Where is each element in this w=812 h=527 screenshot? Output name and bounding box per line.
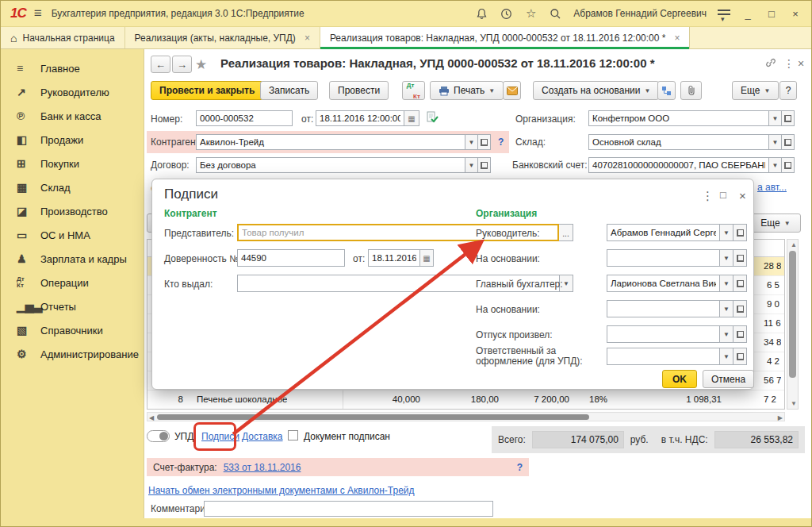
sidebar-item-warehouse[interactable]: ▦Склад (1, 175, 144, 199)
calendar-icon[interactable]: ▦ (404, 110, 419, 126)
poa-date-field[interactable] (368, 249, 420, 267)
delivery-link[interactable]: Доставка (242, 431, 283, 442)
close-document-icon[interactable]: × (798, 57, 804, 70)
cancel-button[interactable]: Отмена (703, 370, 754, 388)
comment-field[interactable] (204, 501, 493, 517)
chevron-down-icon[interactable]: ▼ (720, 348, 733, 365)
scroll-up-icon[interactable]: ▲ (791, 241, 797, 248)
email-button[interactable] (503, 81, 521, 100)
open-icon[interactable] (782, 110, 795, 126)
accountant-basis-field[interactable] (607, 300, 720, 317)
chevron-down-icon[interactable]: ▼ (720, 249, 733, 267)
invoice-help-icon[interactable]: ? (517, 462, 523, 473)
open-icon[interactable] (733, 275, 747, 292)
contract-field[interactable] (196, 157, 465, 173)
sidebar-item-reports[interactable]: ▁▅▃Отчеты (1, 294, 144, 318)
save-button[interactable]: Записать (260, 81, 318, 100)
favorite-star-icon[interactable]: ★ (195, 56, 207, 73)
history-icon[interactable] (500, 7, 513, 21)
sidebar-item-manager[interactable]: ↗Руководителю (1, 80, 144, 104)
favorites-star-icon[interactable]: ☆ (524, 7, 538, 21)
bank-account-field[interactable] (588, 157, 769, 173)
chevron-down-icon[interactable]: ▼ (769, 134, 782, 150)
sidebar-item-purchases[interactable]: ⊞Покупки (1, 152, 144, 175)
more-button[interactable]: Еще ▼ (732, 81, 779, 100)
open-icon[interactable] (782, 134, 795, 150)
calendar-icon[interactable]: ▦ (420, 249, 434, 267)
responsible-field[interactable] (607, 348, 720, 365)
open-icon[interactable] (478, 134, 491, 150)
sidebar-item-salary-hr[interactable]: ♟Зарплата и кадры (1, 247, 144, 271)
sidebar-item-sales[interactable]: ◧Продажи (1, 128, 144, 152)
scroll-down-icon[interactable]: ▼ (791, 400, 797, 407)
link-icon[interactable] (765, 57, 776, 68)
representative-more-button[interactable]: ... (559, 224, 573, 241)
scroll-left-icon[interactable]: ◀ (149, 414, 154, 421)
dialog-more-icon[interactable]: ⋮ (702, 189, 714, 203)
edi-exchange-link[interactable]: Начать обмен электронными документами с … (148, 485, 415, 496)
sidebar-item-production[interactable]: ◪Производство (1, 199, 144, 223)
dialog-maximize-icon[interactable]: □ (720, 189, 726, 201)
vertical-scrollbar-thumb[interactable] (789, 251, 796, 378)
close-tab-icon[interactable]: × (304, 33, 310, 44)
tab-realization-list[interactable]: Реализация (акты, накладные, УПД) × (125, 27, 320, 48)
open-icon[interactable] (782, 157, 795, 173)
open-icon[interactable] (733, 249, 747, 267)
warehouse-field[interactable] (588, 134, 769, 150)
tab-realization-doc[interactable]: Реализация товаров: Накладная, УПД 0000-… (320, 27, 691, 48)
chevron-down-icon[interactable]: ▼ (720, 224, 733, 241)
open-icon[interactable] (733, 300, 747, 317)
minimize-button[interactable]: _ (741, 8, 754, 20)
sidebar-item-bank-cash[interactable]: ℗Банк и касса (1, 104, 144, 128)
open-icon[interactable] (733, 224, 747, 241)
ok-button[interactable]: OK (662, 370, 697, 388)
dialog-close-icon[interactable]: × (739, 189, 746, 202)
dtkt-button[interactable]: Дт Кт (402, 81, 425, 100)
head-basis-field[interactable] (607, 249, 720, 267)
vertical-scrollbar[interactable]: ▲ ▼ (787, 239, 799, 410)
post-button[interactable]: Провести (329, 81, 389, 100)
invoice-link[interactable]: 533 от 18.11.2016 (224, 462, 301, 473)
organization-field[interactable] (588, 110, 769, 126)
current-user[interactable]: Абрамов Геннадий Сергеевич (573, 8, 707, 19)
horizontal-scrollbar[interactable]: ◀ ▶ (147, 412, 785, 421)
table-more-button[interactable]: Еще ▼ (750, 213, 801, 233)
maximize-button[interactable]: □ (765, 8, 778, 20)
close-tab-icon[interactable]: × (674, 33, 680, 44)
sidebar-item-directories[interactable]: ▧Справочники (1, 318, 144, 342)
sidebar-item-administration[interactable]: ⚙Администрирование (1, 342, 144, 366)
counterparty-field[interactable] (196, 134, 465, 150)
table-row-8[interactable]: 8 Печенье шоколадное 40,000 180,00 7 200… (147, 390, 785, 410)
sidebar-item-operations[interactable]: ДтКтОперации (1, 271, 144, 294)
head-field[interactable] (607, 224, 720, 241)
more-menu-icon[interactable]: ⋮ (783, 57, 795, 70)
notifications-icon[interactable] (475, 7, 488, 21)
open-icon[interactable] (478, 157, 491, 173)
chevron-down-icon[interactable]: ▼ (769, 110, 782, 126)
chief-accountant-field[interactable] (607, 275, 720, 292)
back-button[interactable]: ← (151, 56, 170, 73)
horizontal-scrollbar-thumb[interactable] (157, 414, 589, 420)
chevron-down-icon[interactable]: ▼ (720, 325, 733, 343)
open-icon[interactable] (733, 348, 747, 365)
date-field[interactable] (316, 110, 404, 126)
attachments-button[interactable] (680, 81, 702, 100)
sidebar-item-fixed-assets[interactable]: ▭ОС и НМА (1, 223, 144, 247)
chevron-down-icon[interactable]: ▼ (720, 300, 733, 317)
main-menu-icon[interactable]: ≡ (34, 6, 42, 21)
hidden-row-link-fragment[interactable]: а авт... (757, 182, 787, 193)
search-icon[interactable] (549, 7, 562, 21)
number-field[interactable] (196, 110, 293, 126)
upd-toggle[interactable] (147, 430, 170, 442)
service-menu-icon[interactable]: ▾ (718, 9, 730, 18)
scroll-right-icon[interactable]: ▶ (778, 414, 783, 421)
create-based-on-button[interactable]: Создать на основании ▼ (533, 81, 659, 100)
tab-home[interactable]: ⌂ Начальная страница (1, 27, 125, 48)
chevron-down-icon[interactable]: ▼ (465, 157, 478, 173)
chevron-down-icon[interactable]: ▼ (720, 275, 733, 292)
sidebar-item-main[interactable]: ≡Главное (1, 56, 144, 80)
post-and-close-button[interactable]: Провести и закрыть (151, 81, 263, 100)
help-button[interactable]: ? (779, 81, 797, 100)
related-documents-button[interactable] (657, 81, 676, 100)
document-signed-checkbox[interactable] (288, 430, 298, 440)
